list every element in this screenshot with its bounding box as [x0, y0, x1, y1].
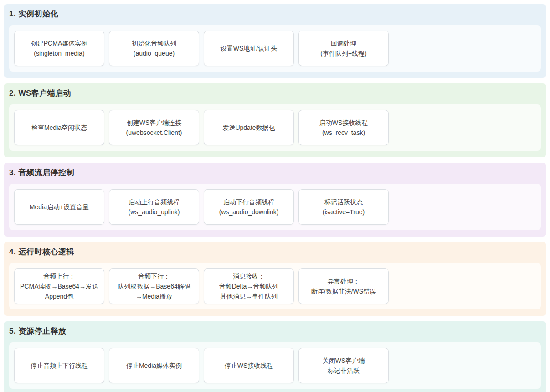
step-card-text: 音频下行： — [138, 271, 170, 281]
step-card: 创建WS客户端连接(uwebsocket.Client) — [109, 110, 199, 145]
stage-title: 1. 实例初始化 — [9, 9, 541, 20]
step-card-text: →Media播放 — [136, 291, 172, 301]
stage-steps-container: 检查Media空闲状态创建WS客户端连接(uwebsocket.Client)发… — [9, 104, 541, 151]
step-card-text: 设置WS地址/认证头 — [221, 43, 277, 53]
stage-section-4: 4. 运行时核心逻辑音频上行：PCMA读取→Base64→发送Append包音频… — [4, 242, 546, 316]
step-card-text: 断连/数据非法/WS错误 — [311, 286, 376, 296]
stage-steps-container: 创建PCMA媒体实例(singleton_media)初始化音频队列(audio… — [9, 25, 541, 72]
step-card-text: 回调处理 — [331, 38, 356, 48]
step-card-text: 音频Delta→音频队列 — [219, 281, 279, 291]
step-card: 停止音频上下行线程 — [14, 348, 104, 383]
step-card-text: 启动下行音频线程 — [223, 197, 274, 207]
step-card-text: PCMA读取→Base64→发送 — [20, 281, 98, 291]
step-card-text: 其他消息→事件队列 — [220, 291, 278, 301]
step-card: 关闭WS客户端标记非活跃 — [298, 348, 389, 383]
step-card: 设置WS地址/认证头 — [204, 31, 294, 66]
stage-title: 2. WS客户端启动 — [9, 88, 541, 99]
step-card-text: 启动WS接收线程 — [319, 118, 368, 128]
step-card-text: 发送Update数据包 — [222, 123, 275, 133]
step-card: 标记活跃状态(isactive=True) — [298, 189, 389, 225]
step-card-text: 启动上行音频线程 — [129, 197, 180, 207]
flow-diagram: 1. 实例初始化创建PCMA媒体实例(singleton_media)初始化音频… — [0, 0, 550, 392]
step-card-text: (ws_audio_downlink) — [219, 207, 279, 217]
step-card-text: (事件队列+线程) — [320, 48, 367, 58]
step-card: Media启动+设置音量 — [14, 189, 104, 225]
step-card-text: 异常处理： — [328, 276, 360, 286]
stage-steps-container: 停止音频上下行线程停止Media媒体实例停止WS接收线程关闭WS客户端标记非活跃 — [9, 342, 541, 389]
step-card: 启动WS接收线程(ws_recv_task) — [298, 110, 389, 145]
step-card-text: 检查Media空闲状态 — [31, 123, 87, 133]
stage-section-1: 1. 实例初始化创建PCMA媒体实例(singleton_media)初始化音频… — [4, 4, 546, 78]
step-card-text: (ws_audio_uplink) — [129, 207, 180, 217]
step-card: 检查Media空闲状态 — [14, 110, 104, 145]
step-card-text: 标记非活跃 — [328, 366, 360, 376]
step-card: 启动下行音频线程(ws_audio_downlink) — [204, 189, 294, 225]
stage-section-5: 5. 资源停止释放停止音频上下行线程停止Media媒体实例停止WS接收线程关闭W… — [4, 321, 546, 392]
stage-title: 4. 运行时核心逻辑 — [9, 247, 541, 258]
step-card: 消息接收：音频Delta→音频队列其他消息→事件队列 — [204, 268, 294, 304]
step-card: 创建PCMA媒体实例(singleton_media) — [14, 31, 104, 66]
step-card-text: (uwebsocket.Client) — [126, 128, 182, 138]
step-card-text: 队列取数据→Base64解码 — [118, 281, 190, 291]
step-card-text: 标记活跃状态 — [324, 197, 363, 207]
step-card-text: 停止音频上下行线程 — [31, 361, 88, 371]
stage-section-2: 2. WS客户端启动检查Media空闲状态创建WS客户端连接(uwebsocke… — [4, 83, 546, 157]
step-card: 发送Update数据包 — [204, 110, 294, 145]
step-card: 回调处理(事件队列+线程) — [298, 31, 389, 66]
step-card: 音频下行：队列取数据→Base64解码→Media播放 — [109, 268, 199, 304]
stage-section-3: 3. 音频流启停控制Media启动+设置音量启动上行音频线程(ws_audio_… — [4, 163, 546, 237]
step-card-text: Media启动+设置音量 — [30, 202, 89, 212]
step-card: 音频上行：PCMA读取→Base64→发送Append包 — [14, 268, 104, 304]
step-card: 初始化音频队列(audio_queue) — [109, 31, 199, 66]
stage-steps-container: 音频上行：PCMA读取→Base64→发送Append包音频下行：队列取数据→B… — [9, 263, 541, 309]
step-card: 启动上行音频线程(ws_audio_uplink) — [109, 189, 199, 225]
step-card-text: (audio_queue) — [134, 48, 175, 58]
step-card-text: Append包 — [45, 291, 73, 301]
step-card-text: 停止WS接收线程 — [225, 361, 273, 371]
step-card: 停止WS接收线程 — [204, 348, 294, 383]
step-card: 停止Media媒体实例 — [109, 348, 199, 383]
stage-title: 5. 资源停止释放 — [9, 326, 541, 337]
step-card-text: 音频上行： — [43, 271, 75, 281]
step-card-text: (ws_recv_task) — [322, 128, 365, 138]
step-card-text: 初始化音频队列 — [132, 38, 176, 48]
step-card-text: 创建PCMA媒体实例 — [31, 38, 87, 48]
step-card-text: 创建WS客户端连接 — [127, 118, 182, 128]
step-card-text: 消息接收： — [233, 271, 265, 281]
step-card-text: 停止Media媒体实例 — [126, 361, 182, 371]
step-card-text: 关闭WS客户端 — [323, 356, 365, 366]
stage-title: 3. 音频流启停控制 — [9, 167, 541, 178]
stage-steps-container: Media启动+设置音量启动上行音频线程(ws_audio_uplink)启动下… — [9, 184, 541, 230]
step-card: 异常处理：断连/数据非法/WS错误 — [298, 268, 389, 304]
step-card-text: (singleton_media) — [34, 48, 84, 58]
step-card-text: (isactive=True) — [323, 207, 365, 217]
